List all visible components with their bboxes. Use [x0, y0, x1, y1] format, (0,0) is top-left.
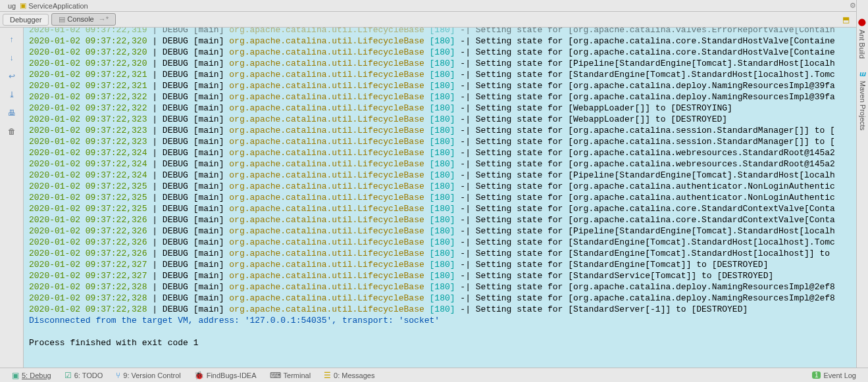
gear-icon[interactable]: ⚙	[850, 1, 856, 10]
log-line: 2020-01-02 09:37:22,321 | DEBUG [main] o…	[29, 69, 856, 80]
log-line: 2020-01-02 09:37:22,326 | DEBUG [main] o…	[29, 226, 856, 237]
log-line: 2020-01-02 09:37:22,328 | DEBUG [main] o…	[29, 281, 856, 293]
log-line: 2020-01-02 09:37:22,320 | DEBUG [main] o…	[29, 47, 856, 58]
status-messages[interactable]: ☰0: Messages	[317, 371, 381, 380]
log-line: 2020-01-02 09:37:22,327 | DEBUG [main] o…	[29, 270, 856, 281]
log-line: 2020-01-02 09:37:22,325 | DEBUG [main] o…	[29, 203, 856, 214]
log-line: 2020-01-02 09:37:22,325 | DEBUG [main] o…	[29, 181, 856, 192]
main-area: ↑ ↓ ↩ ⤓ 🖶 🗑 2020-01-02 09:37:22,319 | DE…	[0, 28, 856, 368]
status-bar: ▣5: Debug ☑6: TODO ⑂9: Version Control 🐞…	[0, 368, 868, 382]
status-vcs[interactable]: ⑂9: Version Control	[109, 371, 187, 380]
soft-wrap-icon[interactable]: ↩	[5, 70, 18, 83]
status-todo[interactable]: ☑6: TODO	[58, 371, 110, 380]
log-line: 2020-01-02 09:37:22,322 | DEBUG [main] o…	[29, 91, 856, 103]
status-debug[interactable]: ▣5: Debug	[5, 371, 58, 380]
title-prefix: ug	[8, 2, 16, 10]
log-line: 2020-01-02 09:37:22,328 | DEBUG [main] o…	[29, 304, 856, 315]
log-line: 2020-01-02 09:37:22,324 | DEBUG [main] o…	[29, 147, 856, 158]
up-arrow-icon[interactable]: ↑	[5, 33, 18, 46]
right-tool-strip: ⬤Ant Build mMaven Projects	[856, 0, 868, 368]
debugger-tab[interactable]: Debugger	[3, 14, 49, 26]
console-output[interactable]: 2020-01-02 09:37:22,319 | DEBUG [main] o…	[24, 28, 856, 368]
run-config-name: ServiceApplication	[28, 2, 88, 10]
console-icon: ▤	[59, 15, 65, 23]
log-line: 2020-01-02 09:37:22,322 | DEBUG [main] o…	[29, 103, 856, 114]
disconnect-line: Disconnected from the target VM, address…	[29, 315, 856, 326]
maven-projects-tab[interactable]: mMaven Projects	[857, 66, 868, 136]
log-line: 2020-01-02 09:37:22,326 | DEBUG [main] o…	[29, 214, 856, 226]
scroll-end-icon[interactable]: ⤓	[5, 88, 18, 101]
left-gutter: ↑ ↓ ↩ ⤓ 🖶 🗑	[0, 28, 24, 368]
log-line: 2020-01-02 09:37:22,325 | DEBUG [main] o…	[29, 192, 856, 203]
log-line: 2020-01-02 09:37:22,323 | DEBUG [main] o…	[29, 136, 856, 147]
title-bar: ug ▣ ServiceApplication ⚙ −	[0, 0, 868, 12]
log-line: 2020-01-02 09:37:22,323 | DEBUG [main] o…	[29, 114, 856, 125]
log-line: 2020-01-02 09:37:22,320 | DEBUG [main] o…	[29, 36, 856, 47]
log-line: 2020-01-02 09:37:22,324 | DEBUG [main] o…	[29, 158, 856, 170]
down-arrow-icon[interactable]: ↓	[5, 51, 18, 64]
status-eventlog[interactable]: 1Event Log	[805, 371, 863, 379]
console-tab[interactable]: ▤Console →*	[51, 13, 116, 26]
trash-icon[interactable]: 🗑	[5, 125, 18, 138]
pin-icon: →*	[99, 15, 109, 23]
log-line: 2020-01-02 09:37:22,320 | DEBUG [main] o…	[29, 58, 856, 69]
log-line: 2020-01-02 09:37:22,327 | DEBUG [main] o…	[29, 259, 856, 270]
ant-build-tab[interactable]: ⬤Ant Build	[857, 13, 868, 64]
log-line: 2020-01-02 09:37:22,324 | DEBUG [main] o…	[29, 170, 856, 181]
log-line: 2020-01-02 09:37:22,326 | DEBUG [main] o…	[29, 237, 856, 248]
tabs-row: Debugger ▤Console →* ⬒ ◧	[0, 12, 868, 28]
print-icon[interactable]: 🖶	[5, 107, 18, 120]
log-line: 2020-01-02 09:37:22,328 | DEBUG [main] o…	[29, 293, 856, 304]
export-icon[interactable]: ⬒	[840, 14, 852, 26]
status-findbugs[interactable]: 🐞FindBugs-IDEA	[188, 371, 263, 380]
exit-line: Process finished with exit code 1	[29, 337, 856, 348]
log-line: 2020-01-02 09:37:22,321 | DEBUG [main] o…	[29, 80, 856, 91]
run-config-icon: ▣	[20, 1, 26, 10]
status-terminal[interactable]: ⌨Terminal	[263, 371, 318, 380]
log-line: 2020-01-02 09:37:22,326 | DEBUG [main] o…	[29, 248, 856, 259]
log-line: 2020-01-02 09:37:22,323 | DEBUG [main] o…	[29, 125, 856, 136]
